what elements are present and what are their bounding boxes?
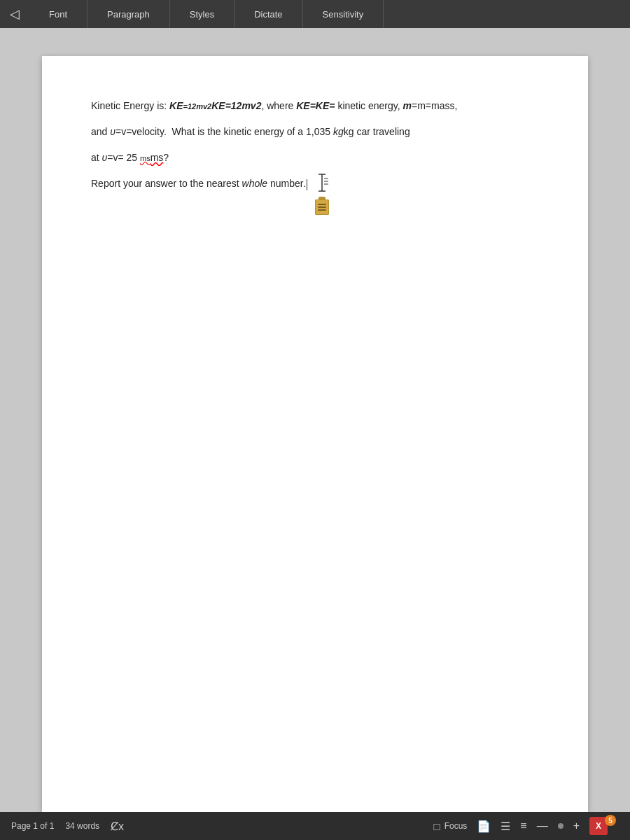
document-icon: 📄	[477, 820, 491, 833]
zoom-in-button[interactable]: +	[573, 820, 580, 832]
tab-styles[interactable]: Styles	[170, 0, 234, 28]
track-changes-button[interactable]: Ȼx	[111, 820, 124, 833]
focus-button[interactable]: □ Focus	[434, 820, 468, 832]
close-button-area: X 5	[589, 817, 619, 835]
align-icon[interactable]: ≡	[520, 820, 526, 832]
paragraph-2: and υ=v=velocity. What is the kinetic en…	[91, 124, 539, 140]
paragraph-4: Report your answer to the nearest whole …	[91, 176, 539, 215]
word-count: 34 words	[65, 821, 99, 831]
zoom-indicator	[558, 823, 564, 829]
document-icon-area: 📄	[477, 820, 491, 833]
document-page[interactable]: Kinetic Energy is: KE=12mv2KE=12mv2, whe…	[42, 56, 588, 812]
ke-formula: KE	[169, 100, 183, 111]
paragraph-3: at υ=v= 25 msms?	[91, 150, 539, 166]
paragraph-1: Kinetic Energy is: KE=12mv2KE=12mv2, whe…	[91, 98, 539, 114]
notification-badge: 5	[605, 815, 616, 826]
paste-clipboard-icon[interactable]	[314, 197, 330, 215]
status-right-area: □ Focus 📄 ☰ ≡ — + X 5	[434, 817, 619, 835]
cursor-icon	[314, 173, 330, 195]
tab-dictate[interactable]: Dictate	[234, 0, 302, 28]
back-button[interactable]: ◁	[0, 0, 29, 28]
tab-font[interactable]: Font	[29, 0, 88, 28]
tab-sensitivity[interactable]: Sensitivity	[303, 0, 384, 28]
document-area: Kinetic Energy is: KE=12mv2KE=12mv2, whe…	[0, 28, 630, 812]
status-bar: Page 1 of 1 34 words Ȼx □ Focus 📄 ☰ ≡ — …	[0, 812, 630, 840]
focus-icon: □	[434, 820, 440, 832]
tab-paragraph[interactable]: Paragraph	[88, 0, 170, 28]
minus-icon[interactable]: —	[537, 820, 548, 832]
toolbar: ◁ Font Paragraph Styles Dictate Sensitiv…	[0, 0, 630, 28]
page-indicator: Page 1 of 1	[11, 821, 54, 831]
layout-icon[interactable]: ☰	[500, 820, 510, 833]
